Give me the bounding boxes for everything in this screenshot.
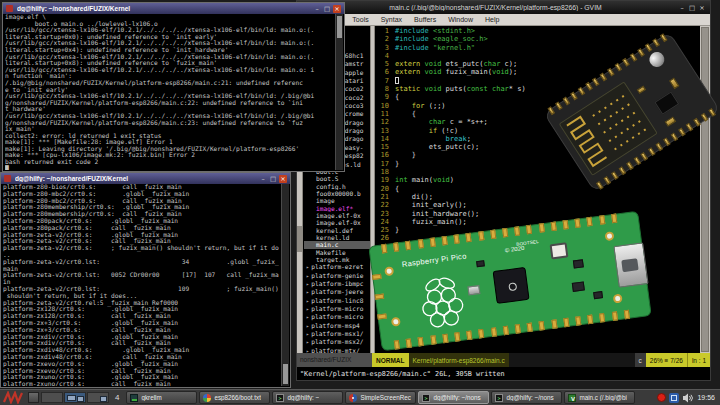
tree-item[interactable]: image.elf*	[304, 205, 370, 212]
terminal-scrollbar[interactable]	[281, 184, 289, 386]
workspace-2-active[interactable]	[64, 392, 86, 403]
menu-help[interactable]: Help	[479, 16, 505, 23]
castellated-pad	[538, 223, 544, 233]
terminal-output[interactable]: platform-z80-bios/crt0.s: call _fuzix_ma…	[3, 184, 279, 386]
taskbar-button[interactable]: esp8266/boot.txt	[199, 391, 270, 404]
tree-item[interactable]: ▸platform-linc8	[304, 297, 370, 305]
taskbar-button[interactable]: gkrellm	[126, 391, 197, 404]
tree-item[interactable]: image.elf-0x	[304, 219, 370, 226]
gvim-menubar[interactable]: FileEditToolsSyntaxBuffersWindowHelp	[297, 14, 710, 26]
close-icon[interactable]: ×	[698, 4, 706, 12]
minimize-icon[interactable]: –	[313, 5, 321, 13]
terminal-output[interactable]: image.elf \ boot.o main.o ../lowlevel-lx…	[5, 14, 333, 170]
code-scrollbar[interactable]	[700, 26, 710, 353]
chevron-right-icon[interactable]: ▸	[306, 298, 309, 304]
tree-item[interactable]: target.mk	[304, 256, 370, 263]
scrollbar-thumb[interactable]	[283, 364, 288, 384]
tree-item[interactable]: ▸platform-msx2/	[304, 338, 370, 346]
minimize-icon[interactable]: –	[678, 4, 686, 12]
tree-item[interactable]: ▸platform-ibmpc	[304, 280, 370, 288]
taskbar-buttons[interactable]: gkrellmesp8266/boot.txtdg@hilfy: ~Simple…	[126, 391, 635, 404]
scrollbar-thumb[interactable]	[297, 226, 302, 252]
tree-item[interactable]: image.elf-0x	[304, 212, 370, 219]
header-pin	[615, 63, 623, 72]
tree-item[interactable]: ▸platform-micro	[304, 313, 370, 321]
taskbar-button[interactable]: SimpleScreenRec	[345, 391, 416, 404]
gvim-command-line[interactable]: "Kernel/platform-esp8266/main.c" 26L, 30…	[297, 367, 710, 380]
statusline-filetype: c	[635, 353, 646, 367]
code-line: 18	[376, 168, 700, 176]
taskbar-button[interactable]: dg@hilfy: ~/nons	[418, 391, 489, 404]
terminal-scrollbar[interactable]	[335, 14, 343, 170]
maximize-icon[interactable]: □	[323, 5, 331, 13]
tree-item[interactable]: ▸platform-jeere	[304, 288, 370, 296]
tree-item[interactable]: ▸platform-msx1/	[304, 330, 370, 338]
castellated-pad	[454, 332, 460, 342]
menu-window[interactable]: Window	[442, 16, 479, 23]
record-indicator-icon[interactable]	[657, 393, 666, 402]
maximize-icon[interactable]: □	[688, 4, 696, 12]
workspace-1[interactable]	[41, 392, 63, 403]
chevron-right-icon[interactable]: ▸	[306, 339, 309, 345]
code-line: 23 init_hardware();	[376, 210, 700, 218]
workspace-3[interactable]	[87, 392, 109, 403]
header-pin	[630, 53, 638, 62]
chevron-right-icon[interactable]: ▸	[306, 331, 309, 337]
menu-syntax[interactable]: Syntax	[375, 16, 408, 23]
tree-item[interactable]: main.c	[304, 241, 370, 248]
tree-item[interactable]: ▸platform-genie	[304, 272, 370, 280]
close-icon[interactable]: ×	[333, 5, 341, 13]
tree-item[interactable]: Makefile	[304, 249, 370, 256]
tree-item[interactable]: ▸platform-micro	[304, 305, 370, 313]
chevron-right-icon[interactable]: ▸	[306, 314, 309, 320]
show-desktop-button[interactable]	[28, 392, 39, 403]
chevron-right-icon[interactable]: ▸	[306, 281, 309, 287]
taskbar-button[interactable]: dg@hilfy: ~	[272, 391, 343, 404]
taskbar[interactable]: 4 gkrellmesp8266/boot.txtdg@hilfy: ~Simp…	[0, 389, 720, 405]
app-menu-icon[interactable]	[2, 391, 26, 404]
header-pin	[652, 38, 660, 47]
minimize-icon[interactable]: –	[259, 175, 267, 183]
chevron-right-icon[interactable]: ▸	[306, 289, 309, 295]
castellated-pad	[375, 294, 385, 300]
solder-pad	[638, 132, 641, 135]
tree-status-path: nonshared/FUZIX	[297, 353, 372, 367]
taskbar-button[interactable]: main.c (/.big/@bi	[564, 391, 635, 404]
workspace-pager[interactable]	[41, 392, 109, 403]
terminal-titlebar[interactable]: dg@hilfy: ~/nonshared/FUZIX/Kernel – □ ×	[1, 173, 290, 184]
tree-item[interactable]: image	[304, 197, 370, 204]
maximize-icon[interactable]: □	[269, 175, 277, 183]
split-divider[interactable]	[370, 26, 375, 353]
rp2040-chip	[493, 267, 530, 304]
taskbar-button[interactable]: dg@hilfy: ~/nons	[491, 391, 562, 404]
header-pin	[633, 157, 641, 166]
tree-item[interactable]: ▸platform-msp4	[304, 322, 370, 330]
terminal-window-grep[interactable]: dg@hilfy: ~/nonshared/FUZIX/Kernel – □ ×…	[0, 172, 291, 388]
castellated-pad	[526, 225, 532, 235]
tree-item[interactable]: ▸platform-ezret	[304, 263, 370, 271]
chevron-right-icon[interactable]: ▸	[306, 323, 309, 329]
terminal-window-build-errors[interactable]: dg@hilfy: ~/nonshared/FUZIX/Kernel – □ ×…	[2, 2, 345, 172]
chevron-right-icon[interactable]: ▸	[306, 273, 309, 279]
gvim-titlebar[interactable]: main.c (/.big/@big/nonshared/FUZIX/Kerne…	[297, 1, 710, 14]
scrollbar-thumb[interactable]	[701, 27, 709, 352]
castellated-pad	[514, 226, 520, 236]
solder-pad	[620, 132, 623, 135]
menu-tools[interactable]: Tools	[346, 16, 374, 23]
speaker-icon[interactable]	[682, 393, 693, 403]
scrollbar-thumb[interactable]	[337, 16, 342, 38]
castellated-pad	[466, 233, 472, 243]
tree-item[interactable]: config.h	[304, 183, 370, 190]
system-tray[interactable]: 19:56	[657, 393, 718, 403]
tree-item[interactable]: kernel.def	[304, 227, 370, 234]
tree-item[interactable]: boot.S	[304, 175, 370, 182]
chevron-right-icon[interactable]: ▸	[306, 264, 309, 270]
close-icon[interactable]: ×	[279, 175, 287, 183]
menu-buffers[interactable]: Buffers	[408, 16, 442, 23]
vim-cursor	[395, 77, 399, 84]
terminal-titlebar[interactable]: dg@hilfy: ~/nonshared/FUZIX/Kernel – □ ×	[3, 3, 344, 14]
chevron-right-icon[interactable]: ▸	[306, 306, 309, 312]
tree-item[interactable]: kernel.ld	[304, 234, 370, 241]
tree-item[interactable]: foo0x00000.b	[304, 190, 370, 197]
tray-app-icon[interactable]	[669, 393, 679, 403]
